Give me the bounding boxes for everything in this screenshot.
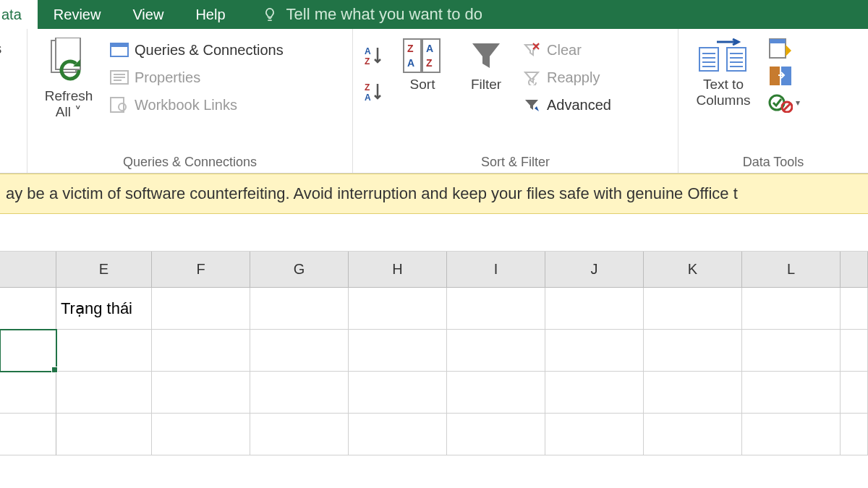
sort-icon: ZAAZ [402,38,443,74]
row-header[interactable] [0,372,56,414]
queries-connections-button[interactable]: Queries & Connections [110,40,284,59]
cell[interactable] [349,372,447,414]
column-header-J[interactable]: J [545,252,644,287]
svg-rect-26 [727,48,746,71]
ribbon-item-stub-1[interactable]: tions [0,40,1,57]
workbook-links-button[interactable]: Workbook Links [110,95,284,114]
cell[interactable] [152,372,250,414]
column-header-I[interactable]: I [447,252,545,287]
clear-label: Clear [547,42,582,59]
chevron-down-icon: ▾ [796,98,800,108]
queries-group-label: Queries & Connections [38,152,342,170]
queries-connections-label: Queries & Connections [135,42,284,59]
text-to-columns-button[interactable]: Text to Columns [689,35,758,108]
cell[interactable] [56,372,152,414]
cell[interactable] [644,288,742,330]
svg-rect-3 [111,43,128,47]
row-header[interactable] [0,414,56,455]
sort-button[interactable]: ZAAZ Sort [395,35,450,93]
tell-me-search[interactable]: Tell me what you want to do [262,5,482,24]
cell[interactable] [152,414,250,455]
reapply-label: Reapply [547,69,600,86]
cell[interactable] [742,372,841,414]
text-to-columns-icon [698,38,749,74]
column-header-L[interactable]: L [742,252,841,287]
text-to-columns-label: Text to Columns [697,77,751,108]
row-header[interactable] [0,330,56,372]
cell[interactable] [250,372,349,414]
cell[interactable] [250,414,349,455]
cell[interactable] [742,288,841,330]
cell[interactable] [841,414,868,455]
svg-text:Z: Z [365,82,370,93]
cell[interactable] [841,372,868,414]
flash-fill-icon[interactable] [768,38,800,59]
column-header-F[interactable]: F [152,252,250,287]
tab-view[interactable]: View [116,0,179,29]
sort-label: Sort [410,77,435,93]
cell[interactable] [56,330,152,372]
clear-button[interactable]: Clear [522,40,611,59]
advanced-icon [522,95,541,114]
grid-row: Trạng thái [0,288,868,330]
column-header-G[interactable]: G [250,252,349,287]
cell[interactable] [152,288,250,330]
column-header-K[interactable]: K [644,252,742,287]
tab-data[interactable]: ata [0,0,38,29]
cell[interactable] [545,414,644,455]
svg-text:A: A [426,43,433,54]
column-headers: E F G H I J K L [0,252,868,288]
cell[interactable] [841,330,868,372]
cell[interactable] [545,288,644,330]
lightbulb-icon [262,7,278,22]
column-header-E[interactable]: E [56,252,152,287]
cell[interactable] [742,330,841,372]
data-validation-icon[interactable]: ▾ [768,93,800,113]
cell[interactable] [644,372,742,414]
select-all-corner[interactable] [0,252,56,287]
cell[interactable] [447,330,545,372]
ribbon-group-queries: Refresh All ˅ Queries & Connections Prop… [27,29,353,173]
svg-text:Z: Z [426,57,433,69]
sort-desc-button[interactable]: ZA [363,81,385,103]
cell[interactable] [349,414,447,455]
tab-help[interactable]: Help [179,0,241,29]
refresh-all-button[interactable]: Refresh All ˅ [38,35,100,120]
cell[interactable] [250,330,349,372]
cell[interactable] [56,414,152,455]
reapply-button[interactable]: Reapply [522,68,611,87]
cell-E1[interactable]: Trạng thái [56,288,152,330]
cell[interactable] [447,372,545,414]
advanced-button[interactable]: Advanced [522,95,611,114]
warning-bar[interactable]: ay be a victim of software counterfeitin… [0,174,868,214]
cell[interactable] [349,330,447,372]
cell[interactable] [152,330,250,372]
cell[interactable] [447,288,545,330]
filter-icon [468,38,504,74]
filter-button[interactable]: Filter [460,35,512,93]
cell[interactable] [250,288,349,330]
cell[interactable] [644,414,742,455]
tab-review[interactable]: Review [38,0,117,29]
cell[interactable] [841,288,868,330]
cell[interactable] [644,330,742,372]
properties-icon [110,68,129,87]
properties-button[interactable]: Properties [110,68,284,87]
column-header-H[interactable]: H [349,252,447,287]
remove-duplicates-icon[interactable] [768,65,800,87]
tell-me-label: Tell me what you want to do [286,5,482,24]
svg-text:A: A [365,93,371,103]
grid-row [0,414,868,455]
cell[interactable] [545,372,644,414]
refresh-all-label: Refresh All ˅ [45,88,93,120]
cell[interactable] [545,330,644,372]
svg-rect-33 [770,67,780,85]
formula-bar-area[interactable] [0,214,868,252]
cell[interactable] [349,288,447,330]
sort-asc-button[interactable]: AZ [363,45,385,67]
cell[interactable] [447,414,545,455]
row-header[interactable] [0,288,56,330]
sort-filter-group-label: Sort & Filter [363,152,668,170]
column-header-overflow[interactable] [841,252,868,287]
cell[interactable] [742,414,841,455]
